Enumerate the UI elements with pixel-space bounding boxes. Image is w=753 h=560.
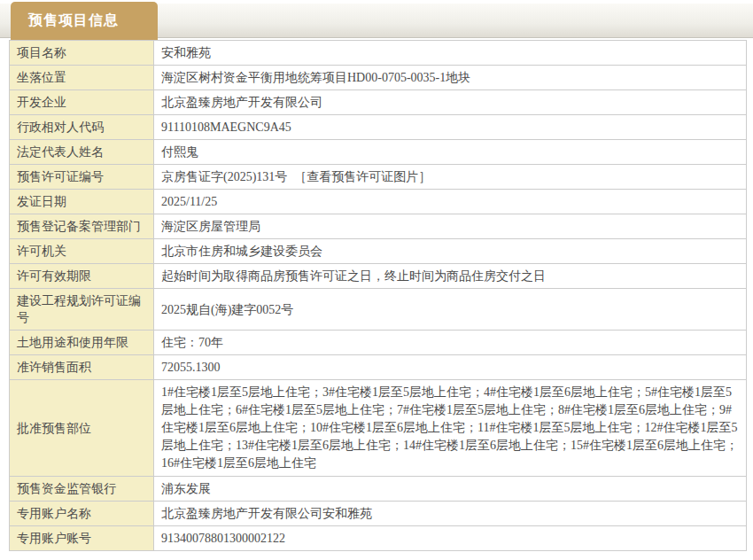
- row-value: 安和雅苑: [154, 41, 747, 66]
- row-value: 海淀区房屋管理局: [154, 214, 747, 239]
- row-value: 起始时间为取得商品房预售许可证之日，终止时间为商品住房交付之日: [154, 264, 747, 289]
- row-label: 预售许可证编号: [10, 165, 154, 190]
- row-value: 2025规自(海)建字0052号: [154, 289, 747, 331]
- row-value: 北京盈臻房地产开发有限公司安和雅苑: [154, 502, 747, 526]
- permit-number-text: 京房售证字(2025)131号: [161, 170, 287, 183]
- row-label: 准许销售面积: [10, 355, 154, 380]
- row-value: 北京盈臻房地产开发有限公司: [154, 90, 747, 115]
- tab-presale-project-info[interactable]: 预售项目信息: [11, 2, 158, 40]
- row-label: 许可机关: [10, 239, 154, 264]
- table-row-permit-validity: 许可有效期限 起始时间为取得商品房预售许可证之日，终止时间为商品住房交付之日: [10, 264, 747, 289]
- row-value: 72055.1300: [154, 355, 747, 380]
- table-row-approved-presale-parts: 批准预售部位 1#住宅楼1层至5层地上住宅；3#住宅楼1层至5层地上住宅；4#住…: [10, 380, 747, 477]
- table-row-presale-permit-number: 预售许可证编号 京房售证字(2025)131号［查看预售许可证图片］: [10, 165, 747, 190]
- table-row-supervision-bank: 预售资金监管银行 浦东发展: [10, 477, 747, 502]
- row-label: 建设工程规划许可证编号: [10, 289, 154, 331]
- view-permit-image-link[interactable]: ［查看预售许可证图片］: [294, 170, 431, 183]
- row-label: 行政相对人代码: [10, 115, 154, 140]
- row-label: 许可有效期限: [10, 264, 154, 289]
- row-label: 预售资金监管银行: [10, 477, 154, 502]
- table-row-legal-representative: 法定代表人姓名 付熙鬼: [10, 140, 747, 165]
- row-label: 发证日期: [10, 190, 154, 214]
- table-row-issue-date: 发证日期 2025/11/25: [10, 190, 747, 214]
- row-value: 1#住宅楼1层至5层地上住宅；3#住宅楼1层至5层地上住宅；4#住宅楼1层至6层…: [154, 380, 747, 477]
- row-label: 坐落位置: [10, 66, 154, 90]
- row-value: 91340078801300002122: [154, 526, 747, 551]
- row-label: 批准预售部位: [10, 380, 154, 477]
- row-value: 北京市住房和城乡建设委员会: [154, 239, 747, 264]
- row-label: 项目名称: [10, 41, 154, 66]
- table-row-location: 坐落位置 海淀区树村资金平衡用地统筹项目HD00-0705-0035-1地块: [10, 66, 747, 90]
- row-value: 京房售证字(2025)131号［查看预售许可证图片］: [154, 165, 747, 190]
- row-value: 浦东发展: [154, 477, 747, 502]
- table-row-admin-counterpart-code: 行政相对人代码 91110108MAEGNC9A45: [10, 115, 747, 140]
- table-row-land-use-term: 土地用途和使用年限 住宅：70年: [10, 331, 747, 355]
- table-row-special-account-name: 专用账户名称 北京盈臻房地产开发有限公司安和雅苑: [10, 502, 747, 526]
- table-row-developer: 开发企业 北京盈臻房地产开发有限公司: [10, 90, 747, 115]
- tab-presale-project-info-label: 预售项目信息: [28, 12, 119, 30]
- presale-info-table: 项目名称 安和雅苑 坐落位置 海淀区树村资金平衡用地统筹项目HD00-0705-…: [9, 40, 747, 551]
- table-row-registration-department: 预售登记备案管理部门 海淀区房屋管理局: [10, 214, 747, 239]
- row-value: 付熙鬼: [154, 140, 747, 165]
- table-row-licensing-authority: 许可机关 北京市住房和城乡建设委员会: [10, 239, 747, 264]
- row-value: 91110108MAEGNC9A45: [154, 115, 747, 140]
- row-label: 专用账户账号: [10, 526, 154, 551]
- row-label: 土地用途和使用年限: [10, 331, 154, 355]
- table-row-project-name: 项目名称 安和雅苑: [10, 41, 747, 66]
- row-value: 2025/11/25: [154, 190, 747, 214]
- table-row-planning-permit-number: 建设工程规划许可证编号 2025规自(海)建字0052号: [10, 289, 747, 331]
- row-value: 住宅：70年: [154, 331, 747, 355]
- row-label: 法定代表人姓名: [10, 140, 154, 165]
- row-value: 海淀区树村资金平衡用地统筹项目HD00-0705-0035-1地块: [154, 66, 747, 90]
- table-row-special-account-number: 专用账户账号 91340078801300002122: [10, 526, 747, 551]
- table-row-approved-sale-area: 准许销售面积 72055.1300: [10, 355, 747, 380]
- row-label: 预售登记备案管理部门: [10, 214, 154, 239]
- row-label: 专用账户名称: [10, 502, 154, 526]
- row-label: 开发企业: [10, 90, 154, 115]
